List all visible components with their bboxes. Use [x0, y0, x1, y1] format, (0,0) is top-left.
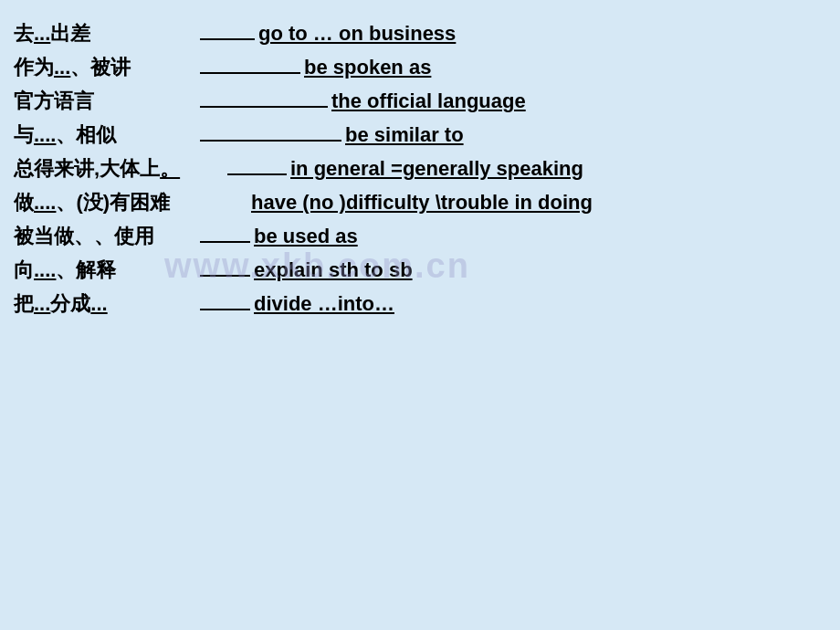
- gap-8: [200, 275, 250, 277]
- english-8: explain sth to sb: [254, 255, 413, 285]
- gap-2: [200, 72, 300, 74]
- chinese-6: 做....、(没)有困难: [14, 187, 251, 217]
- chinese-7: 被当做、、使用: [14, 221, 196, 251]
- row-2: 作为...、被讲 be spoken as: [14, 52, 822, 82]
- gap-4: [200, 140, 341, 142]
- chinese-3: 官方语言: [14, 86, 196, 116]
- english-9: divide …into…: [254, 289, 394, 319]
- row-9: 把...分成... divide …into…: [14, 289, 822, 319]
- chinese-5: 总得来讲,大体上。: [14, 153, 224, 184]
- row-3: 官方语言 the official language: [14, 86, 822, 116]
- row-6: 做....、(没)有困难 have (no )difficulty \troub…: [14, 187, 822, 217]
- gap-1: [200, 38, 255, 40]
- gap-7: [200, 241, 250, 243]
- gap-9: [200, 309, 250, 310]
- row-5: 总得来讲,大体上。 in general =generally speaking: [14, 153, 822, 184]
- chinese-2: 作为...、被讲: [14, 52, 196, 82]
- gap-3: [200, 106, 328, 108]
- row-8: 向....、解释 explain sth to sb: [14, 255, 822, 285]
- chinese-8: 向....、解释: [14, 255, 196, 285]
- chinese-9: 把...分成...: [14, 289, 196, 319]
- english-2: be spoken as: [304, 52, 431, 82]
- english-7: be used as: [254, 221, 358, 251]
- row-7: 被当做、、使用 be used as: [14, 221, 822, 251]
- chinese-1: 去...出差: [14, 18, 196, 48]
- row-4: 与....、相似 be similar to: [14, 120, 822, 150]
- english-4: be similar to: [345, 120, 464, 150]
- content-area: 去...出差 go to … on business 作为...、被讲 be s…: [0, 0, 840, 341]
- gap-5: [227, 173, 287, 175]
- english-6: have (no )difficulty \trouble in doing: [251, 187, 593, 217]
- chinese-4: 与....、相似: [14, 120, 196, 150]
- english-3: the official language: [331, 86, 526, 116]
- english-1: go to … on business: [258, 18, 456, 48]
- row-1: 去...出差 go to … on business: [14, 18, 822, 48]
- english-5: in general =generally speaking: [290, 153, 583, 184]
